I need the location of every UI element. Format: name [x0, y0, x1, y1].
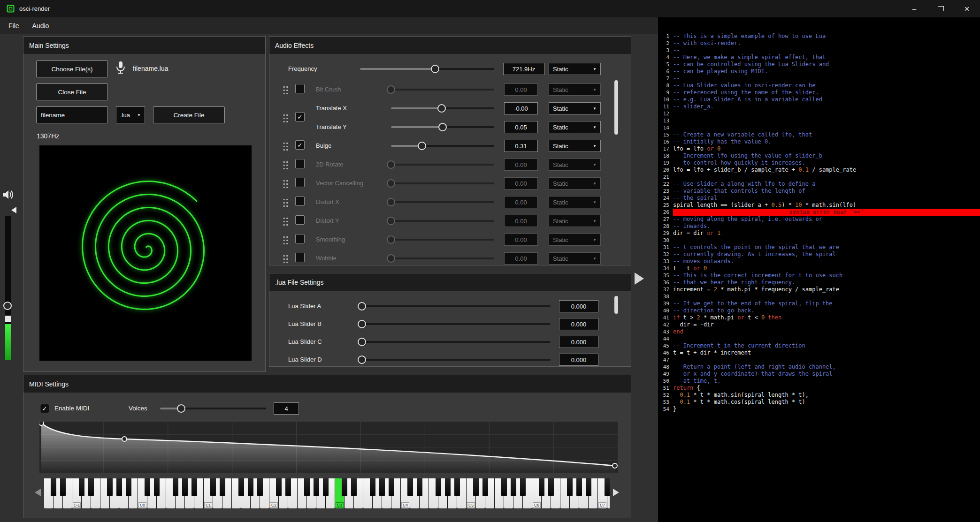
lua-scrollbar[interactable] — [614, 296, 618, 314]
lua-slider-value[interactable]: 0.000 — [559, 300, 598, 312]
effect-slider[interactable] — [391, 145, 494, 147]
effect-value[interactable]: 0.00 — [504, 252, 538, 265]
piano-key-black[interactable] — [482, 478, 488, 496]
enable-midi-checkbox[interactable]: ✓ — [40, 404, 49, 413]
piano-key-black[interactable] — [417, 478, 422, 496]
piano-key-black[interactable] — [586, 478, 591, 496]
piano-key-black[interactable] — [257, 478, 263, 496]
voices-slider[interactable] — [160, 408, 266, 409]
effect-slider[interactable] — [391, 220, 494, 222]
drag-handle-icon[interactable] — [282, 216, 288, 226]
effect-slider[interactable] — [391, 107, 494, 109]
piano-key-black[interactable] — [88, 478, 94, 496]
piano-key-black[interactable] — [304, 478, 310, 496]
piano-key-black[interactable] — [210, 478, 216, 496]
close-button[interactable]: × — [954, 0, 980, 17]
effect-slider[interactable] — [391, 239, 494, 241]
effect-checkbox[interactable] — [295, 197, 305, 206]
slider-thumb[interactable] — [387, 198, 395, 206]
drag-handle-icon[interactable] — [282, 197, 288, 207]
piano-key-black[interactable] — [79, 478, 84, 496]
effect-mode-dropdown[interactable]: Static▼ — [549, 159, 601, 171]
slider-thumb[interactable] — [387, 254, 395, 263]
voices-value[interactable]: 4 — [274, 402, 299, 415]
piano-key-black[interactable] — [379, 478, 385, 496]
effect-mode-dropdown[interactable]: Static▼ — [549, 215, 601, 227]
piano-key-black[interactable] — [389, 478, 394, 496]
drag-handle-icon[interactable] — [282, 160, 288, 170]
keyboard-scroll-left[interactable] — [35, 489, 41, 496]
effect-mode-dropdown[interactable]: Static▼ — [549, 140, 601, 152]
piano-key-black[interactable] — [220, 478, 225, 496]
effect-value[interactable]: 0.00 — [504, 159, 538, 171]
effect-mode-dropdown[interactable]: Static▼ — [549, 83, 601, 96]
piano-key-black[interactable] — [154, 478, 160, 496]
slider-thumb[interactable] — [418, 142, 426, 150]
piano-key-black[interactable] — [445, 478, 451, 496]
choose-files-button[interactable]: Choose File(s) — [36, 61, 108, 77]
slider-thumb[interactable] — [358, 356, 366, 364]
piano-key-black[interactable] — [60, 478, 66, 496]
piano-key-black[interactable] — [351, 478, 357, 496]
effect-mode-dropdown[interactable]: Static▼ — [549, 234, 601, 246]
menu-file[interactable]: File — [2, 17, 26, 34]
filename-input[interactable]: filename — [36, 106, 108, 123]
piano-key-black[interactable] — [126, 478, 131, 496]
frequency-slider[interactable] — [360, 68, 494, 70]
frequency-mode-dropdown[interactable]: Static ▼ — [549, 63, 601, 75]
volume-slider-pointer[interactable] — [11, 207, 16, 213]
lua-slider-a[interactable] — [362, 305, 551, 307]
piano-key-black[interactable] — [454, 478, 460, 496]
envelope-node[interactable] — [122, 437, 127, 441]
piano-key-black[interactable] — [436, 478, 441, 496]
close-file-button[interactable]: Close File — [36, 83, 108, 100]
effect-checkbox[interactable] — [295, 253, 305, 262]
piano-key-black[interactable] — [520, 478, 526, 496]
piano-key-black[interactable] — [276, 478, 282, 496]
piano-key-black[interactable] — [501, 478, 507, 496]
piano-key-black[interactable] — [173, 478, 178, 496]
minimize-button[interactable]: – — [901, 0, 927, 17]
effect-slider[interactable] — [391, 89, 494, 91]
piano-key-black[interactable] — [511, 478, 516, 496]
effect-mode-dropdown[interactable]: Static▼ — [549, 177, 601, 189]
slider-thumb[interactable] — [438, 123, 447, 131]
effect-checkbox[interactable] — [295, 159, 305, 168]
piano-key-black[interactable] — [567, 478, 573, 496]
envelope-node[interactable] — [39, 422, 44, 425]
piano-key-black[interactable] — [238, 478, 244, 496]
slider-thumb[interactable] — [387, 235, 395, 244]
piano-key-black[interactable] — [314, 478, 319, 496]
piano-key-black[interactable] — [576, 478, 582, 496]
slider-thumb[interactable] — [387, 217, 395, 225]
piano-key-black[interactable] — [145, 478, 150, 496]
effect-value[interactable]: 0.05 — [504, 121, 538, 133]
slider-thumb[interactable] — [177, 404, 185, 413]
keyboard-scroll-right[interactable] — [613, 489, 619, 496]
piano-key-black[interactable] — [107, 478, 113, 496]
effect-value[interactable]: 0.00 — [504, 234, 538, 246]
piano-key-black[interactable] — [182, 478, 188, 496]
effect-value[interactable]: 0.00 — [504, 196, 538, 208]
effect-mode-dropdown[interactable]: Static▼ — [549, 252, 601, 265]
effect-value[interactable]: -0.00 — [504, 102, 538, 114]
editor-toggle-button[interactable] — [635, 272, 644, 285]
adsr-envelope[interactable] — [39, 422, 618, 473]
effect-checkbox[interactable] — [295, 234, 305, 243]
lua-slider-value[interactable]: 0.000 — [559, 336, 598, 348]
drag-handle-icon[interactable] — [282, 85, 288, 95]
piano-key-black[interactable] — [548, 478, 554, 496]
slider-thumb[interactable] — [358, 302, 366, 310]
slider-thumb[interactable] — [437, 104, 446, 113]
slider-thumb[interactable] — [358, 338, 366, 346]
piano-key-black[interactable] — [248, 478, 253, 496]
effect-checkbox[interactable] — [295, 84, 305, 93]
create-file-button[interactable]: Create File — [153, 106, 225, 123]
piano-key-black[interactable] — [407, 478, 413, 496]
piano-key-black[interactable] — [605, 478, 610, 496]
effect-mode-dropdown[interactable]: Static▼ — [549, 121, 601, 133]
menu-audio[interactable]: Audio — [26, 17, 56, 34]
effect-value[interactable]: 0.00 — [504, 177, 538, 189]
effect-value[interactable]: 0.31 — [504, 140, 538, 152]
effect-value[interactable]: 0.00 — [504, 215, 538, 227]
